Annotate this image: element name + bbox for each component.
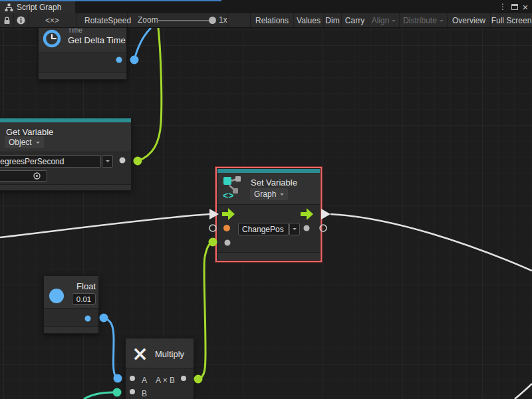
float-value-input[interactable]: 0.01 [72,293,96,305]
overview-label: Overview [452,16,485,25]
breadcrumb[interactable]: RotateSpeed [76,13,128,27]
toolbar-divider [227,13,228,27]
zoom-slider-knob[interactable] [209,17,216,24]
zoom-label: Zoom [138,15,158,25]
code-view-glyph: <×> [45,16,59,25]
node-title: Multiply [155,349,184,359]
wire-end-dot [113,388,122,397]
fullscreen-label: Full Screen [491,16,532,25]
node-title: Float [70,281,96,291]
values-button[interactable]: Values [293,13,323,27]
node-category: Time [68,28,82,34]
inspect-button[interactable] [14,13,29,27]
wire-end-dot [134,157,142,166]
chevron-down-icon [280,194,284,198]
multiply-icon: × [132,344,148,364]
node-separator [0,152,131,152]
window-maximize-icon[interactable] [509,0,520,13]
node-separator [44,308,98,309]
chevron-down-icon [36,142,40,146]
svg-text:<>: <> [223,190,233,200]
graph-canvas[interactable]: Time Get Delta Time Get Variable Object … [0,28,532,399]
wire-get-variable-out[interactable] [138,28,162,161]
distribute-label: Distribute [403,16,437,25]
node-separator [217,204,320,205]
tab-bar: Script Graph ⋮ × [0,0,532,13]
wire-flow-out-of-set-variable[interactable] [331,214,532,271]
carry-button[interactable]: Carry [341,13,368,27]
lock-button[interactable] [0,13,14,27]
node-footer [39,72,126,79]
fullscreen-button[interactable]: Full Screen [490,13,532,27]
float-icon [49,289,64,303]
wire-multiply-to-set-variable[interactable] [198,242,213,379]
visual-scripting-window: Script Graph ⋮ × <×> [0,0,532,399]
wire-delta-time-out[interactable] [134,28,151,60]
values-label: Values [297,16,321,25]
target-object-field[interactable]: This [0,170,47,182]
wire-flow-corner[interactable] [515,384,532,399]
node-footer [0,184,131,190]
wire-into-multiply-b[interactable] [84,392,113,399]
breadcrumb-label: RotateSpeed [84,16,131,25]
output-label: A × B [156,376,175,385]
node-title: Get Variable [6,127,53,137]
variable-name-dropdown-button[interactable] [289,223,300,235]
set-variable-icon: <> [223,175,243,200]
chevron-down-icon [392,20,396,24]
window-menu-icon[interactable]: ⋮ [497,0,508,13]
node-get-variable[interactable]: Get Variable Object RotationDegreesPerSe… [0,118,132,191]
wire-end-dot [130,56,139,65]
info-icon [17,16,25,25]
node-get-delta-time[interactable]: Time Get Delta Time [38,28,127,80]
tab-script-graph[interactable]: Script Graph [0,1,75,13]
relations-button[interactable]: Relations [250,13,293,27]
node-multiply[interactable]: × Multiply A A × B B [125,338,194,399]
align-label: Align [372,16,390,25]
clock-icon [43,29,61,48]
variable-name: ChangePos [242,225,284,234]
wire-end-dot [100,314,108,323]
object-picker-icon[interactable] [33,172,41,180]
chevron-down-icon [440,20,444,24]
wire-end-dot [194,375,203,384]
variable-name-field[interactable]: RotationDegreesPerSecond [0,155,101,168]
scope-value: Graph [254,190,276,199]
input-a-label: A [142,376,147,385]
node-footer [44,327,98,333]
chevron-down-icon [106,160,110,164]
zoom-value: 1x [219,15,227,25]
node-footer [217,252,320,260]
variable-name-dropdown-button[interactable] [102,155,113,168]
overview-button[interactable]: Overview [447,13,490,27]
variable-scope-dropdown[interactable]: Graph [250,188,288,200]
node-float[interactable]: Float 0.01 [43,275,99,334]
dim-button[interactable]: Dim [323,13,341,27]
graph-toolbar: <×> RotateSpeed Zoom 1x Relations Values… [0,13,532,28]
node-separator [126,368,194,368]
variable-name-field[interactable]: ChangePos [238,223,289,235]
distribute-button[interactable]: Distribute [399,13,447,27]
zoom-slider-track[interactable] [157,20,211,21]
node-title: Set Variable [251,178,297,188]
node-title: Get Delta Time [68,35,126,45]
relations-label: Relations [255,16,289,25]
wire-end-dot [209,238,217,247]
node-set-variable[interactable]: <> Set Variable Graph ChangePos [217,168,321,261]
wire-float-to-multiply[interactable] [104,318,117,378]
float-value: 0.01 [76,295,91,303]
input-b-label: B [142,389,147,398]
variable-name: RotationDegreesPerSecond [0,157,64,166]
wire-flow-into-set-variable[interactable] [0,214,209,237]
carry-label: Carry [345,16,364,25]
chevron-down-icon [293,228,297,232]
proxy-port-left[interactable] [209,225,216,231]
variable-scope-dropdown[interactable]: Object [5,136,44,148]
node-separator [39,53,126,53]
flow-arrow-out [321,209,331,219]
window-close-icon[interactable]: × [520,0,531,13]
proxy-port-right[interactable] [320,225,327,231]
align-button[interactable]: Align [368,13,399,27]
scope-value: Object [9,138,32,147]
code-view-button[interactable]: <×> [29,13,76,27]
